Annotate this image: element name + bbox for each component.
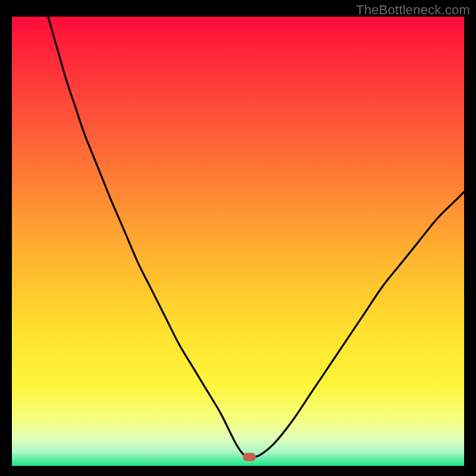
plot-area [12, 17, 464, 466]
chart-frame: TheBottleneck.com [0, 0, 476, 476]
watermark-text: TheBottleneck.com [356, 2, 470, 18]
optimal-point-marker [243, 453, 256, 461]
bottleneck-curve [12, 17, 464, 466]
